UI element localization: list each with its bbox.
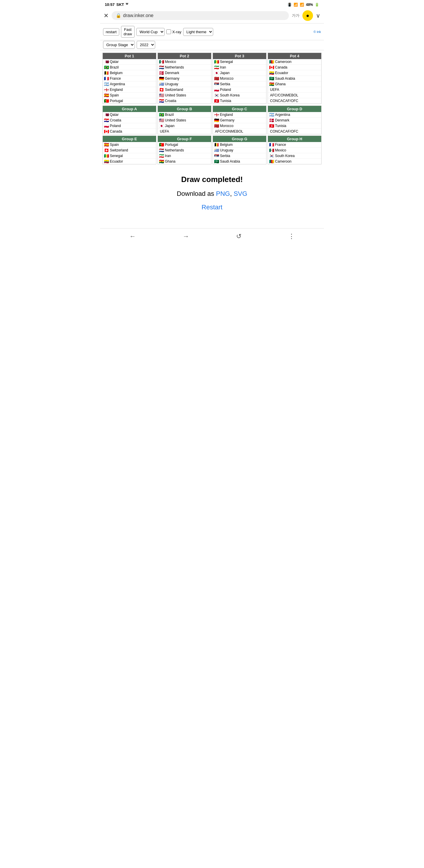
restart-link[interactable]: Restart (202, 204, 223, 211)
group-header-5: Group E (103, 136, 156, 142)
flag-icon: 🇲🇦 (214, 124, 219, 128)
xray-label: X-ray (172, 30, 181, 34)
pot-team-item: 🇨🇲Cameroon (268, 59, 321, 65)
team-name: Senegal (110, 154, 123, 158)
back-button[interactable]: ← (130, 232, 136, 240)
xray-checkbox[interactable] (166, 29, 171, 34)
status-left: 10:57 SKT ᵂ (105, 2, 128, 7)
flag-icon: 🇨🇭 (159, 88, 164, 92)
group-header-3: Group C (213, 106, 266, 112)
pot-team-item: 🇩🇪Germany (158, 76, 211, 82)
pot-team-item: 🇧🇪Belgium (103, 70, 156, 76)
team-name: Argentina (275, 113, 290, 117)
group-header-8: Group H (268, 136, 321, 142)
flag-icon: 🇺🇸 (159, 118, 164, 122)
team-name: Tunisia (275, 124, 286, 128)
team-name: UEFA (160, 129, 169, 133)
team-name: Portugal (165, 143, 178, 147)
group-box-8: Group H🇫🇷France🇲🇽Mexico🇰🇷South Korea🇨🇲Ca… (267, 135, 321, 164)
restart-button[interactable]: restart (103, 28, 119, 36)
team-name: Germany (220, 118, 234, 122)
team-name: Mexico (275, 148, 286, 152)
team-name: United States (165, 93, 186, 97)
team-name: Netherlands (165, 148, 184, 152)
flag-icon: 🇵🇱 (214, 88, 219, 92)
refresh-button[interactable]: ↺ (236, 232, 242, 240)
signal-icon: 📶 (300, 3, 304, 7)
group-box-1: Group A🇶🇦Qatar🇭🇷Croatia🇵🇱Poland🇨🇦Canada (103, 105, 157, 134)
font-size-button[interactable]: 가가 (292, 13, 300, 18)
completion-section: Draw completed! Download as PNG, SVG Res… (103, 166, 321, 220)
more-button[interactable]: ⋮ (288, 232, 295, 240)
theme-select[interactable]: Light theme (183, 28, 213, 36)
flag-icon: 🇵🇹 (159, 143, 164, 147)
browser-close-button[interactable]: ✕ (104, 12, 109, 19)
team-name: Uruguay (220, 148, 233, 152)
tournament-select[interactable]: World Cup (136, 28, 165, 36)
flag-icon: 🇺🇸 (159, 93, 164, 97)
year-select[interactable]: 2022 (137, 41, 155, 49)
group-team-item: 🇺🇾Uruguay (213, 148, 266, 153)
pot-team-item: 🇪🇸Spain (103, 93, 156, 98)
pot-team-item: 🇹🇳Tunisia (213, 98, 266, 103)
flag-icon: 🇬🇭 (269, 82, 274, 86)
group-header-6: Group F (158, 136, 211, 142)
team-name: UEFA (270, 88, 279, 92)
battery: 48% (306, 3, 313, 7)
team-name: Croatia (165, 99, 176, 103)
carrier: SKT (116, 2, 124, 7)
team-name: Denmark (275, 118, 289, 122)
team-name: Iran (220, 65, 226, 69)
team-name: Morocco (220, 76, 233, 81)
group-team-item: 🇳🇱Netherlands (158, 148, 211, 153)
carrier-icon: ᵂ (126, 2, 128, 7)
vibrate-icon: 📳 (287, 3, 292, 7)
flag-icon: 🏴󠁧󠁢󠁥󠁮󠁧󠁿 (104, 88, 109, 92)
flag-icon: 🇪🇸 (104, 93, 109, 97)
group-team-item: CONCACAF/OFC (268, 129, 321, 134)
group-header-7: Group G (213, 136, 266, 142)
pot-team-item: UEFA (268, 87, 321, 93)
flag-icon: 🇸🇦 (269, 76, 274, 81)
fast-draw-button[interactable]: Fastdraw (121, 26, 135, 38)
flag-icon: 🇮🇷 (159, 154, 164, 158)
browser-chevron-icon[interactable]: ∨ (316, 12, 320, 19)
flag-icon: 🇨🇦 (104, 129, 109, 133)
avatar-icon: ● (306, 13, 309, 19)
pots-grid: Pot 1🇶🇦Qatar🇧🇷Brazil🇧🇪Belgium🇫🇷France🇦🇷A… (103, 53, 321, 104)
svg-link[interactable]: SVG (233, 190, 247, 197)
forward-button[interactable]: → (183, 232, 189, 240)
xray-group: X-ray (166, 29, 181, 34)
team-name: England (110, 88, 123, 92)
browser-avatar[interactable]: ● (302, 10, 313, 21)
address-bar[interactable]: 🔒 draw.inker.one (112, 11, 289, 20)
battery-icon: 🔋 (315, 3, 319, 7)
flag-icon: 🇨🇲 (269, 60, 274, 64)
group-box-7: Group G🇧🇪Belgium🇺🇾Uruguay🇷🇸Serbia🇸🇦Saudi… (213, 135, 266, 164)
group-header-4: Group D (268, 106, 321, 112)
team-name: France (110, 76, 121, 81)
pot-team-item: 🇳🇱Netherlands (158, 65, 211, 70)
team-name: United States (165, 118, 186, 122)
flag-icon: 🇧🇪 (214, 143, 219, 147)
group-box-4: Group D🇦🇷Argentina🇩🇰Denmark🇹🇳TunisiaCONC… (267, 105, 321, 134)
team-name: Switzerland (165, 88, 183, 92)
team-name: Germany (165, 76, 179, 81)
group-team-item: 🇩🇪Germany (213, 118, 266, 123)
group-header-1: Group A (103, 106, 156, 112)
stage-select[interactable]: Group Stage (103, 41, 135, 49)
pot-team-item: 🇲🇦Morocco (213, 76, 266, 82)
group-team-item: 🇵🇹Portugal (158, 142, 211, 148)
team-name: Iran (165, 154, 171, 158)
png-link[interactable]: PNG (216, 190, 230, 197)
team-name: AFC/CONMEBOL (215, 129, 243, 133)
team-name: Ghana (165, 159, 175, 163)
pot-team-item: 🇨🇦Canada (268, 65, 321, 70)
group-team-item: 🇨🇭Switzerland (103, 148, 156, 153)
team-name: Ecuador (110, 159, 123, 163)
flag-icon: 🇨🇦 (269, 65, 274, 69)
flag-icon: 🇺🇾 (159, 82, 164, 86)
flag-icon: 🇬🇭 (159, 159, 164, 163)
flag-icon: 🇩🇰 (159, 71, 164, 75)
pot-team-item: 🇯🇵Japan (213, 70, 266, 76)
